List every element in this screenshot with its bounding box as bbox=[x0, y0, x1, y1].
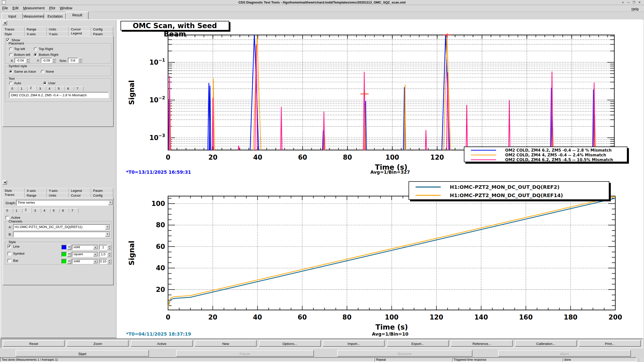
p1-tab-traces[interactable]: Traces bbox=[3, 27, 25, 31]
legend-text-mode-radio-0[interactable] bbox=[9, 81, 13, 85]
p1-tab-legend[interactable]: Legend bbox=[69, 31, 91, 36]
active-checkbox[interactable] bbox=[6, 216, 9, 219]
channel-b-combobox[interactable]: ▼ bbox=[13, 232, 110, 237]
symbol-style-radio-1[interactable] bbox=[41, 70, 44, 73]
symbol-style-combobox[interactable]: square▼ bbox=[72, 252, 98, 257]
placement-x-spinner[interactable]: -0.04▲▼ bbox=[15, 58, 30, 63]
legend-text-tab-3[interactable]: 3 bbox=[37, 86, 46, 91]
legend-text-tab-1[interactable]: 1 bbox=[18, 86, 28, 91]
plots-canvas[interactable]: 10−110−210−3020406080100120Time (s)Signa… bbox=[116, 20, 644, 338]
symbol-size-spinner[interactable]: 1.0▲▼ bbox=[99, 252, 111, 257]
bar-style-combobox[interactable]: solid▼ bbox=[72, 259, 98, 264]
pause-button[interactable]: Pause bbox=[176, 350, 314, 357]
tab-input[interactable]: Input bbox=[2, 13, 23, 19]
trace-tab-6[interactable]: 6 bbox=[60, 208, 69, 213]
placement-radio-0[interactable] bbox=[9, 47, 13, 51]
trace-tab-1[interactable]: 1 bbox=[13, 208, 23, 213]
legend-text-tab-0[interactable]: 0 bbox=[9, 86, 18, 91]
graph-combobox[interactable]: Time series▼ bbox=[16, 200, 113, 206]
menu-edit[interactable]: Edit bbox=[13, 6, 19, 10]
p2-tab-config[interactable]: Config bbox=[91, 193, 113, 198]
new-button[interactable]: New bbox=[195, 340, 257, 347]
print-button[interactable]: Print... bbox=[579, 340, 641, 347]
symbol-style-radio-0[interactable] bbox=[9, 70, 13, 73]
window-control-0[interactable]: ∧ bbox=[620, 0, 625, 5]
reset-button[interactable]: Reset bbox=[3, 340, 65, 347]
legend-text-mode-radio-1[interactable] bbox=[43, 81, 47, 85]
svg-text:60: 60 bbox=[298, 313, 307, 321]
p1-tab-style[interactable]: Style bbox=[3, 31, 25, 36]
p1-tab-y-axis[interactable]: Y-axis bbox=[47, 31, 69, 36]
resize-grip[interactable] bbox=[637, 358, 640, 361]
trace-tab-7[interactable]: 7 bbox=[69, 208, 78, 213]
start-button[interactable]: Start bbox=[16, 350, 149, 357]
p2-tab-units[interactable]: Units bbox=[47, 193, 69, 198]
active-button[interactable]: Active bbox=[131, 340, 193, 347]
menu-window[interactable]: Window bbox=[60, 6, 72, 10]
line-color-combobox[interactable]: ▼ bbox=[61, 245, 71, 250]
legend-entry: H1:OMC-PZT2_MON_DC_OUT_DQ(REF2) bbox=[409, 183, 609, 191]
p1-tab-range[interactable]: Range bbox=[25, 27, 47, 31]
legend-text-tab-7[interactable]: 7 bbox=[74, 86, 84, 91]
line-checkbox[interactable] bbox=[8, 245, 11, 248]
legend-text-tab-2[interactable]: 2 bbox=[28, 86, 37, 91]
zoom-button[interactable]: Zoom bbox=[67, 340, 129, 347]
window-control-3[interactable]: ✕ bbox=[637, 0, 642, 5]
channel-a-combobox[interactable]: H1:OMC-PZT2_MON_DC_OUT_DQ(REF11)▼ bbox=[13, 224, 110, 230]
collapse-panel2-button[interactable]: ◀ bbox=[3, 180, 7, 185]
p2-tab-traces[interactable]: Traces bbox=[3, 192, 25, 198]
p1-tab-param[interactable]: Param bbox=[91, 31, 113, 36]
trace-tab-2[interactable]: 2 bbox=[23, 208, 32, 213]
p2-tab-cursor[interactable]: Cursor bbox=[69, 193, 91, 198]
window-title: CDS Diagnostic Test Tools - /ligo/home/m… bbox=[0, 1, 644, 4]
options-button[interactable]: Options... bbox=[259, 340, 321, 347]
placement-radio-2[interactable] bbox=[9, 53, 13, 57]
legend-text-input[interactable]: OM2 COLD, ZM4 6.2, ZM5 -0.4 -- 2.8 % Mis… bbox=[9, 92, 109, 98]
legend-text-tab-5[interactable]: 5 bbox=[56, 86, 65, 91]
svg-text:10−3: 10−3 bbox=[149, 133, 165, 142]
legend-label: OM2 COLD, ZM4 4, ZM5 -0.4 -- 2.4% Mismat… bbox=[505, 153, 606, 157]
export-button[interactable]: Export... bbox=[387, 340, 449, 347]
symbol-checkbox[interactable] bbox=[8, 252, 11, 255]
bar-color-combobox[interactable]: ▼ bbox=[61, 259, 71, 264]
window-control-2[interactable]: ❐ bbox=[631, 0, 636, 5]
trace-tab-4[interactable]: 4 bbox=[41, 208, 51, 213]
legend-text-tab-4[interactable]: 4 bbox=[46, 86, 56, 91]
collapse-panel1-button[interactable]: ◀ bbox=[3, 21, 7, 25]
resume-button[interactable]: Resume bbox=[337, 350, 472, 357]
reference-button[interactable]: Reference... bbox=[451, 340, 513, 347]
placement-y-spinner[interactable]: -0.09▲▼ bbox=[41, 58, 56, 63]
p2-tab-param[interactable]: Param bbox=[91, 188, 113, 193]
trace-tab-3[interactable]: 3 bbox=[32, 208, 41, 213]
placement-radio-1[interactable] bbox=[34, 47, 37, 51]
p1-tab-config[interactable]: Config bbox=[91, 27, 113, 31]
graph-label: Graph: bbox=[6, 201, 16, 205]
p1-tab-units[interactable]: Units bbox=[47, 27, 69, 31]
legend-text-tab-6[interactable]: 6 bbox=[65, 86, 74, 91]
trace-tab-5[interactable]: 5 bbox=[51, 208, 60, 213]
p1-tab-x-axis[interactable]: X-axis bbox=[25, 31, 47, 36]
calibration-button[interactable]: Calibration... bbox=[515, 340, 577, 347]
p2-tab-legend[interactable]: Legend bbox=[69, 188, 91, 193]
bar-size-spinner[interactable]: 0.10▲▼ bbox=[99, 259, 111, 264]
placement-radio-3[interactable] bbox=[34, 53, 37, 57]
menu-plot[interactable]: Plot bbox=[49, 6, 55, 10]
tab-measurement[interactable]: Measurement bbox=[23, 13, 44, 19]
menu-file[interactable]: File bbox=[2, 6, 8, 10]
symbol-color-combobox[interactable]: ▼ bbox=[61, 252, 71, 257]
abort-button[interactable]: Abort bbox=[498, 350, 631, 357]
placement-size-spinner[interactable]: 0.6▲▼ bbox=[68, 58, 82, 63]
window-control-1[interactable]: — bbox=[626, 0, 631, 5]
tab-result[interactable]: Result bbox=[66, 12, 89, 19]
menu-help[interactable]: Help bbox=[631, 7, 639, 11]
trace-tab-0[interactable]: 0 bbox=[4, 208, 13, 213]
p2-tab-y-axis[interactable]: Y-axis bbox=[47, 188, 69, 193]
import-button[interactable]: Import... bbox=[323, 340, 385, 347]
bar-checkbox[interactable] bbox=[8, 259, 11, 262]
line-style-combobox[interactable]: solid▼ bbox=[72, 245, 98, 250]
line-size-spinner[interactable]: 2▲▼ bbox=[99, 245, 111, 250]
menu-measurement[interactable]: Measurement bbox=[23, 6, 45, 10]
tab-excitation[interactable]: Excitation bbox=[44, 13, 66, 19]
p2-tab-range[interactable]: Range bbox=[25, 193, 47, 198]
p2-tab-x-axis[interactable]: X-axis bbox=[25, 188, 47, 193]
